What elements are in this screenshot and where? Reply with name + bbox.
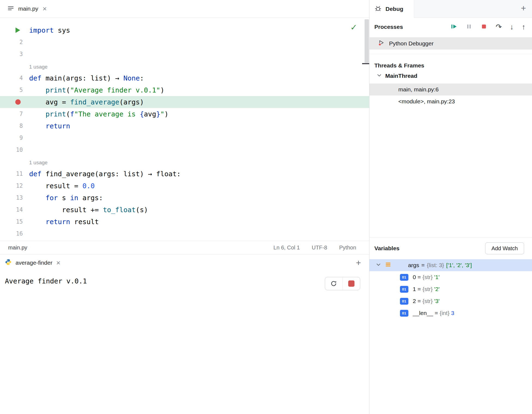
line-number[interactable]: 14 xyxy=(0,206,23,213)
line-number[interactable]: 2 xyxy=(0,39,23,45)
line-number[interactable]: 16 xyxy=(0,230,23,237)
code-text: def main(args: list) → None: xyxy=(29,74,144,82)
stop-icon xyxy=(348,280,354,287)
editor-code-line: 3 xyxy=(0,48,369,60)
variable-text: __len__ = {int} 3 xyxy=(413,310,454,316)
add-debug-tab-icon[interactable]: + xyxy=(521,4,526,13)
chevron-down-icon[interactable] xyxy=(377,73,382,79)
editor-code-line: 10 xyxy=(0,144,369,156)
variable-row[interactable]: 01__len__ = {int} 3 xyxy=(369,307,532,319)
step-over-icon[interactable]: ↷ xyxy=(496,23,502,31)
editor-tab-main-py[interactable]: main.py × xyxy=(0,0,52,17)
thread-name: MainThread xyxy=(385,73,417,79)
inspections-ok-icon[interactable]: ✓ xyxy=(350,23,357,32)
code-text: def find_average(args: list) → float: xyxy=(29,170,181,178)
editor-code-line: 12 result = 0.0 xyxy=(0,180,369,192)
panel-splitter-handle[interactable] xyxy=(362,63,369,64)
console-output-text: Average finder v.0.1 xyxy=(0,271,369,285)
editor-code-line: 2 xyxy=(0,36,369,48)
stack-frame-selected[interactable]: main, main.py:6 xyxy=(369,84,532,95)
editor-code-line: 15 return result xyxy=(0,216,369,228)
code-text: result = 0.0 xyxy=(29,182,95,190)
line-number[interactable]: 12 xyxy=(0,183,23,189)
add-watch-button[interactable]: Add Watch xyxy=(485,242,524,254)
editor-code-line: 13 for s in args: xyxy=(0,192,369,204)
run-console-tab-bar: average-finder × + xyxy=(0,254,369,271)
status-language[interactable]: Python xyxy=(339,245,356,251)
variable-row-args[interactable]: args={list: 3}['1', '2', '3'] xyxy=(369,259,532,271)
editor-code-line: 7 print(f"The average is {avg}") xyxy=(0,108,369,120)
rerun-button[interactable] xyxy=(325,277,343,290)
process-name: Python Debugger xyxy=(389,40,433,47)
variable-row[interactable]: 011 = {str} '2' xyxy=(369,283,532,295)
editor-code-line: 5 print("Average finder v.0.1") xyxy=(0,84,369,96)
debug-tab-bar: Debug + xyxy=(369,0,532,18)
run-line-icon[interactable] xyxy=(0,27,23,33)
code-text: return result xyxy=(29,218,99,226)
variable-text: 1 = {str} '2' xyxy=(413,286,440,292)
variable-text: 2 = {str} '3' xyxy=(413,298,440,304)
processes-header-row: Processes ↷ ↓ ↑ xyxy=(369,20,532,34)
stack-frame[interactable]: <module>, main.py:23 xyxy=(369,95,532,107)
variables-panel: Variables Add Watch args={list: 3}['1', … xyxy=(369,237,532,414)
line-number[interactable]: 4 xyxy=(0,75,23,81)
line-number[interactable]: 9 xyxy=(0,135,23,141)
pause-button[interactable] xyxy=(466,23,472,31)
threads-frames-title: Threads & Frames xyxy=(374,62,532,69)
code-text: print(f"The average is {avg}") xyxy=(29,110,169,118)
code-editor[interactable]: import sys231 usage4def main(args: list)… xyxy=(0,18,369,241)
close-console-tab-icon[interactable]: × xyxy=(56,259,60,266)
stop-debug-button[interactable] xyxy=(481,23,487,31)
code-text: return xyxy=(29,122,70,130)
process-item-python-debugger[interactable]: Python Debugger xyxy=(369,37,532,50)
line-number[interactable]: 15 xyxy=(0,218,23,225)
editor-code-line: 14 result += to_float(s) xyxy=(0,204,369,216)
editor-scrollbar-thumb[interactable] xyxy=(365,19,369,63)
editor-code-line: avg = find_average(args) xyxy=(0,96,369,108)
editor-inlay-row: 1 usage xyxy=(0,60,369,72)
python-logo-icon xyxy=(5,259,12,267)
code-text: print("Average finder v.0.1") xyxy=(29,86,164,94)
variables-children: 010 = {str} '1'011 = {str} '2'012 = {str… xyxy=(369,271,532,319)
resume-button[interactable] xyxy=(451,23,457,31)
chevron-down-icon[interactable] xyxy=(376,262,381,268)
variables-title: Variables xyxy=(374,245,399,252)
debug-bug-icon xyxy=(374,5,382,13)
code-text: for s in args: xyxy=(29,194,103,202)
close-tab-icon[interactable]: × xyxy=(43,5,47,12)
status-file-name: main.py xyxy=(8,245,27,251)
editor-code-line: 4def main(args: list) → None: xyxy=(0,72,369,84)
variable-row[interactable]: 012 = {str} '3' xyxy=(369,295,532,307)
status-encoding[interactable]: UTF-8 xyxy=(312,245,327,251)
status-caret-position[interactable]: Ln 6, Col 1 xyxy=(273,245,300,251)
variable-text: 0 = {str} '1' xyxy=(413,274,440,280)
editor-code-line: 16 xyxy=(0,228,369,240)
hamburger-menu-icon[interactable] xyxy=(8,6,14,12)
step-out-icon[interactable]: ↑ xyxy=(522,23,526,31)
console-tab-label[interactable]: average-finder xyxy=(16,259,52,266)
debug-tab-label: Debug xyxy=(386,6,403,12)
step-into-icon[interactable]: ↓ xyxy=(510,23,514,31)
line-number[interactable]: 13 xyxy=(0,194,23,201)
primitive-type-icon: 01 xyxy=(400,286,408,293)
editor-tab-bar: main.py × xyxy=(0,0,369,18)
debugger-process-icon xyxy=(378,39,385,48)
add-console-tab-icon[interactable]: + xyxy=(356,258,361,267)
line-number[interactable]: 8 xyxy=(0,123,23,129)
primitive-type-icon: 01 xyxy=(400,274,408,281)
code-area: import sys231 usage4def main(args: list)… xyxy=(0,18,369,240)
line-number[interactable]: 5 xyxy=(0,87,23,93)
line-number[interactable]: 7 xyxy=(0,111,23,117)
processes-title: Processes xyxy=(374,24,403,30)
primitive-type-icon: 01 xyxy=(400,298,408,305)
status-bar: main.py Ln 6, Col 1 UTF-8 Python xyxy=(0,241,369,254)
line-number[interactable]: 10 xyxy=(0,147,23,153)
stop-button[interactable] xyxy=(343,277,360,290)
primitive-type-icon: 01 xyxy=(400,310,408,317)
breakpoint-icon[interactable] xyxy=(0,99,23,105)
thread-row-mainthread[interactable]: MainThread xyxy=(369,72,532,80)
line-number[interactable]: 3 xyxy=(0,51,23,57)
tab-debug[interactable]: Debug xyxy=(369,0,414,18)
run-console: Average finder v.0.1 xyxy=(0,271,369,414)
line-number[interactable]: 11 xyxy=(0,171,23,177)
